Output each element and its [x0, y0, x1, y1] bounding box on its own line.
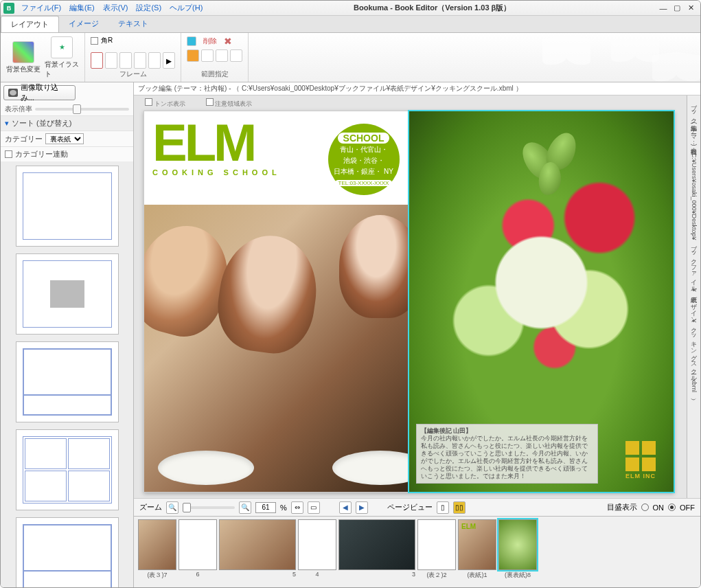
scale-on-radio[interactable]: [641, 504, 649, 511]
template-thumbnails[interactable]: [1, 161, 133, 587]
zoom-in-button[interactable]: 🔍: [239, 501, 251, 514]
elm-inc-logo: ELM INC: [617, 441, 664, 479]
zoom-pct-label: %: [280, 504, 287, 512]
basil-garnish: [520, 120, 588, 209]
filmstrip-page-5[interactable]: [219, 519, 296, 570]
prev-page-button[interactable]: ◀: [339, 501, 352, 514]
category-row: カテゴリー 裏表紙: [1, 131, 133, 146]
filmstrip-page-7[interactable]: [138, 519, 176, 570]
page-filmstrip[interactable]: (表３)7 6 5 4 3 (表２)2 (表紙)1 (裏表紙)8: [134, 516, 700, 587]
bg-illust-button[interactable]: ★ 背景イラスト: [45, 36, 79, 79]
next-page-button[interactable]: ▶: [356, 501, 368, 514]
range-tool-icon[interactable]: [187, 36, 196, 46]
image-import-button[interactable]: 画像取り込み...: [3, 85, 76, 100]
titlebar: B ファイル(F) 編集(E) 表示(V) 設定(S) ヘルプ(H) Booku…: [1, 1, 700, 16]
template-thumb-2[interactable]: [16, 253, 119, 335]
body-text: 今月の社内報いかがでしたか。エルム社長の今期経営方針を私も読み、皆さんへもっと役…: [421, 435, 594, 480]
badge-line-2: 池袋・渋谷・: [343, 156, 384, 166]
frame-style-5[interactable]: [148, 52, 161, 69]
fit-page-button[interactable]: ▭: [308, 501, 320, 514]
minimize-button[interactable]: —: [658, 3, 669, 13]
fit-width-button[interactable]: ⇔: [291, 501, 303, 514]
chevron-down-icon: ▾: [5, 119, 9, 128]
tombo-checkbox[interactable]: [145, 98, 152, 106]
range-opt-3[interactable]: [216, 49, 228, 62]
range-opt-1[interactable]: [187, 49, 199, 62]
corner-r-checkbox[interactable]: [91, 37, 98, 45]
zoom-out-button[interactable]: 🔍: [166, 501, 179, 514]
filmstrip-page-2[interactable]: [417, 519, 456, 570]
range-opt-4[interactable]: [230, 49, 242, 62]
ribbon: 背景色変更 ★ 背景イラスト 角R ▸ フレーム: [1, 33, 700, 82]
trim-options-row: トンボ表示 注意領域表示: [145, 98, 252, 109]
canvas-wrap: トンボ表示 注意領域表示 ELM COOKING SCHOOL SCHOOL: [134, 95, 700, 498]
cover-photo-cooking-class: [144, 205, 408, 492]
bleed-checkbox[interactable]: [206, 98, 214, 106]
template-thumb-3[interactable]: [16, 341, 119, 422]
filmstrip-page-6[interactable]: [179, 519, 217, 570]
menu-file[interactable]: ファイル(F): [17, 3, 65, 13]
filmstrip-page-1[interactable]: [458, 519, 496, 570]
palette-icon: [12, 41, 34, 63]
ribbon-tab-bar: レイアウト イメージ テキスト: [1, 16, 700, 33]
close-button[interactable]: ✕: [685, 3, 696, 13]
tab-image[interactable]: イメージ: [59, 16, 108, 32]
frame-group-label: フレーム: [119, 69, 147, 79]
template-thumb-1[interactable]: [16, 166, 119, 247]
scale-off-radio[interactable]: [668, 504, 676, 511]
zoom-bar: ズーム 🔍 🔍 % ⇔ ▭ ◀ ▶ ページビュー ▯ ▯▯ 目盛表示 ON: [134, 498, 700, 516]
badge-line-3: 日本橋・銀座・ NY: [334, 167, 393, 177]
filmstrip-page-8[interactable]: [498, 519, 537, 570]
maximize-button[interactable]: ▢: [671, 3, 682, 13]
tab-layout[interactable]: レイアウト: [1, 16, 59, 32]
bg-color-button[interactable]: 背景色変更: [6, 41, 41, 74]
ribbon-group-range: 削除 ✖ 範囲指定: [181, 33, 249, 82]
tombo-label: トンボ表示: [154, 100, 185, 107]
menu-view[interactable]: 表示(V): [99, 3, 133, 13]
menu-edit[interactable]: 編集(E): [65, 3, 99, 13]
left-panel: 画像取り込み... 表示倍率 ▾ ソート (並び替え) カテゴリー 裏表紙 カテ…: [1, 82, 134, 587]
template-thumb-4[interactable]: [16, 429, 119, 510]
camera-icon: [8, 89, 18, 97]
delete-x-icon[interactable]: ✖: [224, 36, 232, 47]
star-page-icon: ★: [51, 36, 73, 58]
side-tab[interactable]: ブック編集 (テーマ：社内報) - （ C:¥Users¥osaki_000¥D…: [687, 95, 700, 498]
frame-style-2[interactable]: [105, 52, 117, 69]
zoom-rate-slider[interactable]: [35, 108, 129, 111]
category-link-row: カテゴリー連動: [1, 146, 133, 161]
tab-text[interactable]: テキスト: [108, 16, 158, 32]
frame-style-4[interactable]: [134, 52, 146, 69]
range-group-label: 範囲指定: [201, 69, 229, 79]
window-title: Bookuma - Book Editor（Version 1.03 β版）: [207, 3, 658, 13]
zoom-slider[interactable]: [183, 506, 235, 509]
filmstrip-page-3[interactable]: [338, 519, 415, 570]
menu-help[interactable]: ヘルプ(H): [165, 3, 207, 13]
sort-row[interactable]: ▾ ソート (並び替え): [1, 115, 133, 131]
editor-note-textblock[interactable]: 【編集後記 山田】 今月の社内報いかがでしたか。エルム社長の今期経営方針を私も読…: [416, 424, 599, 484]
pageview-single-button[interactable]: ▯: [437, 501, 449, 514]
menu-settings[interactable]: 設定(S): [132, 3, 165, 13]
frame-style-3[interactable]: [119, 52, 132, 69]
on-label: ON: [653, 504, 665, 512]
zoom-value-input[interactable]: [255, 502, 276, 513]
spread-right-page[interactable]: 【編集後記 山田】 今月の社内報いかがでしたか。エルム社長の今期経営方針を私も読…: [409, 111, 674, 492]
category-link-checkbox[interactable]: [5, 150, 12, 158]
badge-tel: TEL:03-XXXX-XXXX: [335, 180, 393, 186]
frame-more-arrow[interactable]: ▸: [163, 52, 175, 69]
template-thumb-5[interactable]: [16, 517, 119, 587]
range-opt-2[interactable]: [201, 49, 214, 62]
pageview-spread-button[interactable]: ▯▯: [453, 501, 466, 514]
filmstrip-page-4[interactable]: [298, 519, 336, 570]
pageview-label: ページビュー: [387, 502, 433, 512]
puzzle-icon: [625, 441, 656, 471]
zoom-rate-label: 表示倍率: [5, 104, 32, 114]
zoom-label: ズーム: [139, 502, 162, 512]
frame-style-1[interactable]: [91, 52, 103, 69]
ribbon-decoration: [522, 33, 700, 82]
app-icon: B: [3, 3, 14, 14]
edit-area: ブック編集 (テーマ：社内報) - （ C:¥Users¥osaki_000¥D…: [134, 82, 700, 587]
ribbon-group-background: 背景色変更 ★ 背景イラスト: [1, 33, 85, 82]
canvas[interactable]: ELM COOKING SCHOOL SCHOOL 青山・代官山・ 池袋・渋谷・…: [143, 111, 674, 493]
category-select[interactable]: 裏表紙: [45, 133, 84, 144]
spread-left-page[interactable]: ELM COOKING SCHOOL SCHOOL 青山・代官山・ 池袋・渋谷・…: [144, 111, 409, 492]
